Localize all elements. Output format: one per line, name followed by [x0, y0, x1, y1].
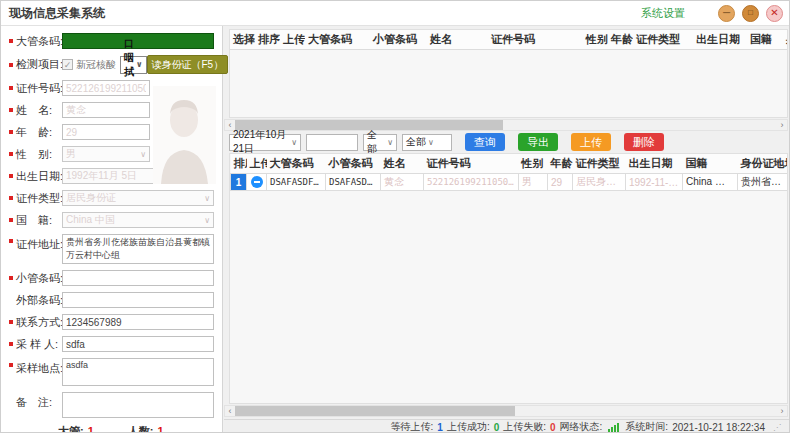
row-gender: 男 [519, 174, 548, 191]
scroll-right-icon[interactable]: › [777, 406, 787, 416]
id-number-input[interactable] [62, 80, 150, 96]
table-row[interactable]: 1 DSAFASDFAAAS DSAFASDFAAAS1 黄念 52212619… [231, 174, 789, 191]
covid-checkbox[interactable]: ✓ [62, 59, 73, 70]
export-button[interactable]: 导出 [518, 133, 558, 151]
system-settings-link[interactable]: 系统设置 [641, 6, 685, 21]
field-remark: 备 注: [9, 392, 214, 418]
people-count-value: 1 [157, 425, 163, 433]
chevron-down-icon: ∨ [136, 60, 143, 69]
network-status-label: 网络状态: [560, 420, 603, 433]
entry-form-panel: 大管条码: 检测项目: ✓ 新冠核酸 口咽拭子 ∨ 读身份证（F5） 证件号码:… [1, 26, 223, 433]
col-small-barcode: 小管条码 [326, 154, 381, 174]
minimize-icon: ─ [723, 8, 730, 18]
gender-select[interactable]: 男 ∨ [62, 146, 150, 162]
field-nationality: 国 籍: China 中国 ∨ [9, 212, 214, 228]
col-birth-date: 出生日期 [693, 30, 747, 50]
app-title: 现场信息采集系统 [9, 5, 105, 22]
chevron-down-icon: ∨ [140, 150, 146, 159]
query-button[interactable]: 查询 [465, 133, 505, 151]
row-small-barcode: DSAFASDFAAAS1 [326, 174, 381, 191]
network-signal-icon [608, 423, 619, 432]
required-marker [9, 108, 13, 112]
date-select[interactable]: 2021年10月21日 ∨ [229, 134, 301, 151]
row-index-cell[interactable]: 1 [231, 174, 247, 191]
required-marker [9, 130, 13, 134]
scroll-right-icon[interactable]: › [777, 120, 787, 130]
contact-input[interactable] [62, 314, 214, 330]
id-type-label: 证件类型: [16, 191, 62, 206]
system-time-value: 2021-10-21 18:22:34 [672, 422, 765, 433]
row-age: 29 [548, 174, 573, 191]
col-id-number: 证件号码 [424, 154, 519, 174]
row-address: 贵州省务川仡... [738, 174, 789, 191]
required-marker [9, 276, 13, 280]
field-external-barcode: 外部条码: [9, 292, 214, 308]
upload-queue-table: 选择 排序 上传 大管条码 小管条码 姓名 证件号码 性别 年龄 证件类型 出生… [229, 29, 788, 118]
col-name: 姓名 [381, 154, 424, 174]
upload-fail-label: 上传失败: [503, 420, 546, 433]
id-address-label: 证件地址: [16, 237, 62, 252]
resize-grip-icon[interactable]: ⋰ [773, 423, 781, 432]
keyword-input[interactable] [306, 134, 358, 151]
records-table: 排序 上传 大管条码 小管条码 姓名 证件号码 性别 年龄 证件类型 出生日期 … [229, 153, 788, 404]
upload-button[interactable]: 上传 [571, 133, 611, 151]
field-sampler: 采 样 人: [9, 336, 214, 352]
nationality-select[interactable]: China 中国 ∨ [62, 212, 214, 228]
sampler-input[interactable] [62, 336, 214, 352]
sample-site-textarea[interactable]: asdfa [62, 358, 214, 386]
required-marker [9, 363, 13, 367]
records-table-hscrollbar: ‹ › [224, 405, 788, 417]
required-marker [9, 320, 13, 324]
required-marker [9, 86, 13, 90]
sampler-label: 采 样 人: [16, 337, 62, 352]
scrollbar-thumb[interactable] [235, 406, 515, 416]
covid-checkbox-label: 新冠核酸 [76, 58, 116, 72]
filter-select-2[interactable]: 全部 ∨ [402, 134, 452, 151]
close-button[interactable]: ✕ [766, 5, 783, 22]
read-id-card-button[interactable]: 读身份证（F5） [147, 55, 229, 74]
upload-fail-value: 0 [550, 422, 556, 433]
col-select: 选择 [230, 30, 255, 50]
row-nationality: China 中国 [683, 174, 738, 191]
minimize-button[interactable]: ─ [718, 5, 735, 22]
required-marker [9, 39, 13, 43]
remark-textarea[interactable] [62, 392, 214, 418]
name-label: 姓 名: [16, 103, 62, 118]
gender-label: 性 别: [16, 147, 62, 162]
name-input[interactable] [62, 102, 150, 118]
birth-date-label: 出生日期: [16, 169, 62, 184]
scroll-left-icon[interactable]: ‹ [225, 406, 235, 416]
col-name: 姓名 [427, 30, 488, 50]
small-barcode-input[interactable] [62, 270, 214, 286]
filter-select-1[interactable]: 全部 ∨ [363, 134, 397, 151]
required-marker [9, 218, 13, 222]
col-age: 年龄 [608, 30, 633, 50]
col-birth-date: 出生日期 [626, 154, 683, 174]
close-icon: ✕ [770, 8, 778, 18]
swab-type-select[interactable]: 口咽拭子 ∨ [120, 56, 147, 74]
small-barcode-label: 小管条码: [16, 271, 62, 286]
pending-upload-value: 1 [437, 422, 443, 433]
id-photo [153, 86, 216, 184]
field-id-type: 证件类型: 居民身份证 ∨ [9, 190, 214, 206]
id-address-textarea[interactable]: 贵州省务川仡佬族苗族自治县黄都镇万云村中心组 [62, 234, 214, 264]
col-id-address: 身份证地址 [783, 30, 788, 50]
app-window: 现场信息采集系统 系统设置 ─ □ ✕ 大管条码: 检测项目: ✓ 新冠核酸 口… [0, 0, 790, 433]
records-table-header-row: 排序 上传 大管条码 小管条码 姓名 证件号码 性别 年龄 证件类型 出生日期 … [231, 154, 789, 174]
id-type-select[interactable]: 居民身份证 ∨ [62, 190, 214, 206]
maximize-button[interactable]: □ [742, 5, 759, 22]
row-id-type: 居民身份证 [573, 174, 626, 191]
required-marker [9, 196, 13, 200]
field-contact: 联系方式: [9, 314, 214, 330]
row-main-barcode: DSAFASDFAAAS [267, 174, 326, 191]
delete-button[interactable]: 删除 [624, 133, 664, 151]
counters: 大管:1 人数:1 [58, 424, 214, 433]
title-bar: 现场信息采集系统 系统设置 ─ □ ✕ [1, 1, 790, 26]
external-barcode-input[interactable] [62, 292, 214, 308]
row-upload-cell[interactable] [247, 174, 267, 191]
age-input[interactable] [62, 124, 150, 140]
age-label: 年 龄: [16, 125, 62, 140]
main-barcode-input[interactable] [62, 33, 214, 49]
row-name: 黄念 [381, 174, 424, 191]
col-nationality: 国籍 [747, 30, 783, 50]
